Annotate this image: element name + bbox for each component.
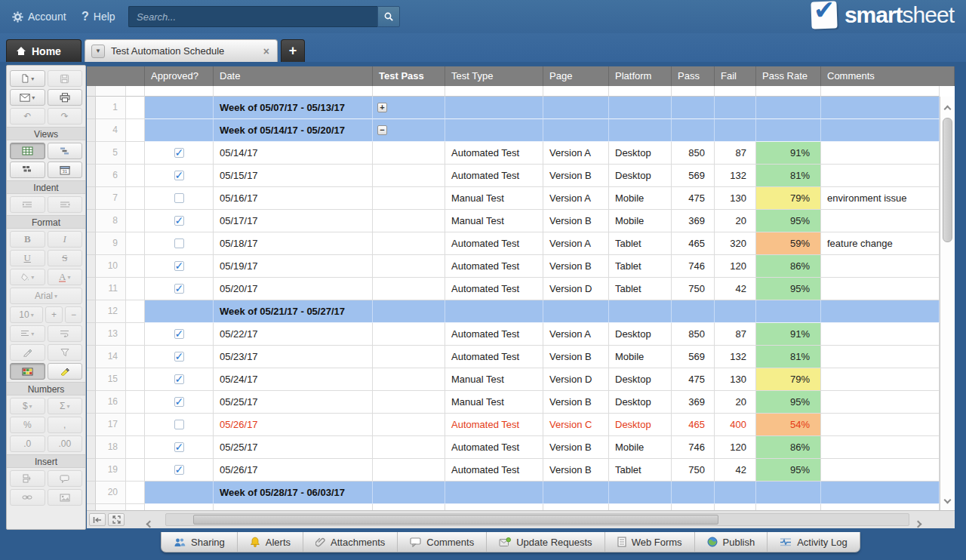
row-indicator-cell[interactable] bbox=[126, 232, 145, 255]
filter-button[interactable] bbox=[48, 344, 83, 361]
cell-test-pass[interactable] bbox=[373, 504, 445, 510]
week-band-label[interactable]: Week of 05/07/17 - 05/13/17 bbox=[214, 97, 373, 119]
grid-view-button[interactable] bbox=[10, 143, 45, 159]
cell-platform[interactable]: Desktop bbox=[609, 368, 672, 391]
horizontal-scroll-thumb[interactable] bbox=[193, 515, 718, 525]
cell-approved[interactable] bbox=[145, 232, 214, 255]
cell-fail[interactable] bbox=[715, 97, 756, 119]
insert-image-button[interactable] bbox=[48, 489, 83, 506]
checkbox-checked-icon[interactable] bbox=[174, 148, 184, 158]
cell-pass-rate[interactable] bbox=[756, 482, 821, 504]
cell-comments[interactable] bbox=[821, 482, 940, 504]
scroll-left-icon[interactable] bbox=[147, 516, 152, 530]
cell-date[interactable]: 05/23/17 bbox=[214, 346, 373, 368]
row-number[interactable]: 17 bbox=[96, 414, 126, 436]
cell-page[interactable]: Version B bbox=[543, 391, 609, 414]
cell-test-type[interactable]: Automated Test bbox=[445, 346, 543, 368]
cell-pass-rate[interactable]: 86% bbox=[756, 255, 821, 278]
cell-date[interactable]: 05/20/17 bbox=[214, 278, 373, 300]
checkbox-checked-icon[interactable] bbox=[174, 329, 184, 339]
row-number[interactable]: 21 bbox=[96, 504, 126, 510]
undo-button[interactable]: ↶ bbox=[10, 108, 45, 125]
cell-date[interactable]: 05/16/17 bbox=[214, 187, 373, 210]
cell-page[interactable]: Version A bbox=[543, 504, 609, 510]
cell-pass-rate[interactable]: 86% bbox=[756, 436, 821, 459]
cell-fail[interactable] bbox=[715, 300, 756, 323]
cell-date[interactable]: 05/26/17 bbox=[214, 459, 373, 482]
percent-button[interactable]: % bbox=[10, 417, 45, 433]
row-indicator-cell[interactable] bbox=[126, 391, 145, 414]
cell-test-type[interactable] bbox=[445, 97, 543, 119]
row-indicator-cell[interactable] bbox=[126, 119, 145, 142]
cell-pass-rate[interactable]: 79% bbox=[756, 368, 821, 391]
cell-test-pass[interactable]: − bbox=[373, 119, 445, 142]
row-number[interactable]: 11 bbox=[96, 278, 126, 300]
cell-pass-rate[interactable] bbox=[756, 504, 821, 510]
cell-test-type[interactable]: Manual Test bbox=[445, 368, 543, 391]
cell-comments[interactable] bbox=[821, 504, 940, 510]
cell-page[interactable]: Version A bbox=[543, 232, 609, 255]
cell-pass[interactable]: 850 bbox=[672, 323, 715, 346]
cell-pass[interactable]: 750 bbox=[672, 278, 715, 300]
row-indicator-cell[interactable] bbox=[126, 504, 145, 510]
cell-pass-rate[interactable]: 95% bbox=[756, 278, 821, 300]
checkbox-checked-icon[interactable] bbox=[174, 352, 184, 362]
cell-pass-rate[interactable]: 81% bbox=[756, 346, 821, 368]
row-number[interactable]: 5 bbox=[96, 142, 126, 165]
bold-button[interactable]: B bbox=[10, 231, 45, 248]
cell-comments[interactable] bbox=[821, 142, 940, 165]
cell-pass[interactable]: 465 bbox=[672, 414, 715, 436]
cell-test-type[interactable]: Manual Test bbox=[445, 187, 543, 210]
cell-date[interactable]: 05/19/17 bbox=[214, 255, 373, 278]
save-button[interactable] bbox=[48, 70, 83, 87]
row-number[interactable]: 18 bbox=[96, 436, 126, 459]
send-button[interactable]: ▾ bbox=[10, 89, 45, 106]
row-indicator-cell[interactable] bbox=[126, 482, 145, 504]
cell-platform[interactable]: Desktop bbox=[609, 165, 672, 187]
cell-test-type[interactable]: Automated Test bbox=[445, 165, 543, 187]
column-header-test-type[interactable]: Test Type bbox=[445, 66, 543, 86]
checkbox-checked-icon[interactable] bbox=[174, 374, 184, 384]
scroll-right-icon[interactable] bbox=[915, 516, 921, 530]
cell-approved[interactable] bbox=[145, 436, 214, 459]
cell-test-pass[interactable] bbox=[373, 210, 445, 232]
cell-approved[interactable] bbox=[145, 142, 214, 165]
row-indicator-cell[interactable] bbox=[126, 278, 145, 300]
format-painter-button[interactable] bbox=[10, 344, 45, 361]
indent-button[interactable] bbox=[10, 196, 45, 213]
cell-pass[interactable] bbox=[672, 504, 715, 510]
vertical-scrollbar[interactable] bbox=[940, 97, 955, 510]
cell-page[interactable]: Version B bbox=[543, 436, 609, 459]
font-color-button[interactable]: A ▾ bbox=[48, 269, 83, 285]
bottombar-attachments[interactable]: Attachments bbox=[303, 532, 398, 552]
cell-platform[interactable]: Mobile bbox=[609, 210, 672, 232]
account-menu[interactable]: Account bbox=[12, 0, 66, 33]
cell-date[interactable]: 05/17/17 bbox=[214, 210, 373, 232]
cell-pass[interactable] bbox=[672, 482, 715, 504]
cell-page[interactable]: Version C bbox=[543, 414, 609, 436]
cell-pass-rate[interactable]: 79% bbox=[756, 187, 821, 210]
tab-home[interactable]: Home bbox=[6, 39, 82, 62]
checkbox-unchecked-icon[interactable] bbox=[174, 193, 184, 203]
cell-pass[interactable]: 369 bbox=[672, 391, 715, 414]
cell-fail[interactable]: 130 bbox=[715, 187, 756, 210]
search-button[interactable] bbox=[377, 6, 400, 27]
decrease-size-button[interactable]: − bbox=[65, 306, 82, 323]
cell-platform[interactable]: Desktop bbox=[609, 391, 672, 414]
row-number[interactable]: 19 bbox=[96, 459, 126, 482]
column-header-platform[interactable]: Platform bbox=[609, 66, 672, 86]
cell-date[interactable]: 05/25/17 bbox=[214, 436, 373, 459]
cell-test-pass[interactable] bbox=[373, 278, 445, 300]
cell-fail[interactable]: 42 bbox=[715, 459, 756, 482]
checkbox-checked-icon[interactable] bbox=[174, 397, 184, 407]
cell-test-type[interactable]: Automated Test bbox=[445, 323, 543, 346]
bottombar-sharing[interactable]: Sharing bbox=[162, 532, 238, 552]
cell-fail[interactable]: 87 bbox=[715, 142, 756, 165]
align-button[interactable]: ▾ bbox=[10, 325, 45, 342]
cell-approved[interactable] bbox=[145, 255, 214, 278]
cell-page[interactable] bbox=[543, 119, 609, 142]
cell-page[interactable]: Version D bbox=[543, 368, 609, 391]
sum-button[interactable]: Σ ▾ bbox=[48, 398, 83, 414]
cell-pass-rate[interactable]: 95% bbox=[756, 391, 821, 414]
insert-link-button[interactable] bbox=[10, 489, 45, 506]
